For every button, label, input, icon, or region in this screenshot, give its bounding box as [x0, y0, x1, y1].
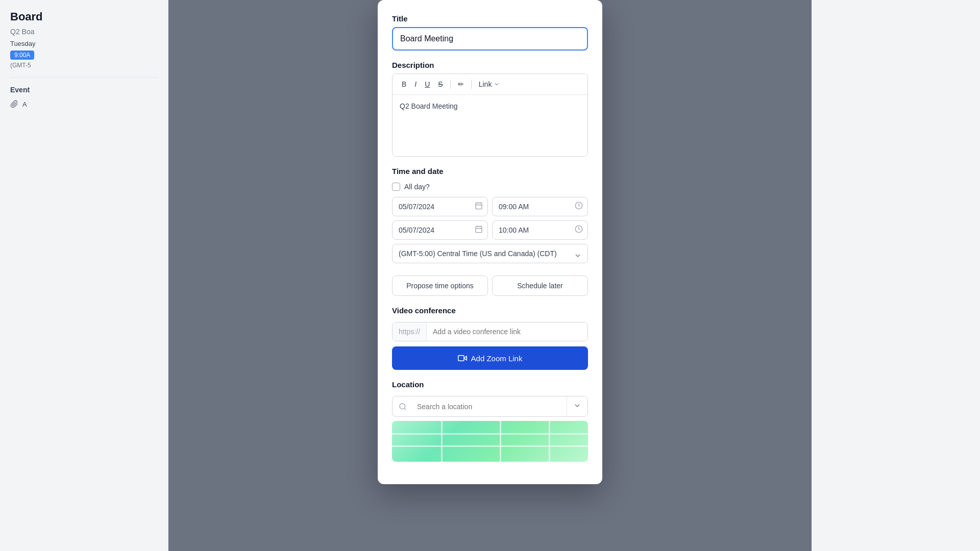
video-label: Video conference: [392, 306, 588, 315]
italic-button[interactable]: I: [411, 78, 420, 90]
sidebar-section-title: Event: [10, 86, 158, 94]
sidebar-divider: [10, 77, 158, 78]
chevron-down-icon-location: [573, 402, 581, 410]
location-label: Location: [392, 380, 588, 389]
time-date-label: Time and date: [392, 167, 588, 176]
rich-editor: B I U S ✏ Link Q2 Board Meeting: [392, 73, 588, 157]
highlight-button[interactable]: ✏: [455, 78, 467, 90]
map-road-v1: [441, 421, 443, 462]
map-background: [392, 421, 588, 462]
sidebar-panel: Board Q2 Boa Tuesday 9:00A (GMT-5 Event …: [0, 0, 168, 551]
chevron-down-icon: [494, 81, 500, 87]
start-time-input[interactable]: [492, 197, 588, 216]
description-label: Description: [392, 61, 588, 69]
end-date-wrapper: [392, 220, 488, 240]
editor-toolbar: B I U S ✏ Link: [393, 74, 587, 95]
all-day-checkbox[interactable]: [392, 183, 400, 191]
location-dropdown-button[interactable]: [567, 396, 587, 416]
map-road-v2: [500, 421, 501, 462]
map-road-h2: [392, 445, 588, 447]
add-zoom-button[interactable]: Add Zoom Link: [392, 346, 588, 370]
underline-button[interactable]: U: [422, 78, 433, 90]
description-text: Q2 Board Meeting: [400, 102, 458, 110]
all-day-row: All day?: [392, 183, 588, 191]
map-preview: [392, 421, 588, 462]
location-search-row: [392, 396, 588, 417]
svg-rect-11: [458, 356, 463, 361]
link-label: Link: [479, 80, 492, 88]
sidebar-event-title: Board: [10, 10, 158, 23]
svg-line-13: [404, 408, 406, 410]
map-road-h1: [392, 433, 588, 435]
svg-point-12: [400, 404, 405, 409]
video-url-input[interactable]: [427, 322, 587, 341]
bold-button[interactable]: B: [399, 78, 409, 90]
propose-schedule-row: Propose time options Schedule later: [392, 276, 588, 296]
right-panel: [812, 0, 980, 551]
zoom-btn-label: Add Zoom Link: [471, 354, 523, 363]
sidebar-event-desc: Q2 Boa: [10, 28, 158, 36]
sidebar-timezone: (GMT-5: [10, 62, 158, 69]
end-time-wrapper: [492, 220, 588, 240]
toolbar-divider-2: [471, 80, 472, 89]
video-icon: [458, 354, 467, 363]
https-prefix: https://: [393, 322, 427, 341]
propose-time-button[interactable]: Propose time options: [392, 276, 488, 296]
video-input-row: https://: [392, 322, 588, 341]
description-section: Description B I U S ✏ Link: [392, 61, 588, 157]
all-day-label: All day?: [404, 183, 430, 191]
event-form-modal: Title Description B I U S ✏ Link: [378, 0, 602, 484]
timezone-wrapper: (GMT-5:00) Central Time (US and Canada) …: [392, 244, 588, 269]
svg-marker-10: [464, 356, 467, 360]
sidebar-item-label: A: [22, 101, 27, 108]
description-editor-body[interactable]: Q2 Board Meeting: [393, 95, 587, 156]
strikethrough-button[interactable]: S: [435, 78, 446, 90]
start-date-input[interactable]: [392, 197, 488, 216]
video-conference-section: Video conference https:// Add Zoom Link: [392, 306, 588, 370]
title-label: Title: [392, 14, 588, 23]
modal-overlay: Title Description B I U S ✏ Link: [168, 0, 812, 551]
end-time-input[interactable]: [492, 220, 588, 240]
schedule-later-button[interactable]: Schedule later: [492, 276, 588, 296]
start-date-wrapper: [392, 197, 488, 216]
end-date-time-row: [392, 220, 588, 240]
end-date-input[interactable]: [392, 220, 488, 240]
link-button[interactable]: Link: [476, 78, 503, 90]
start-date-time-row: [392, 197, 588, 216]
attachment-icon: [10, 100, 18, 108]
search-icon: [399, 403, 407, 411]
search-icon-wrapper: [393, 396, 413, 416]
sidebar-time-badge: 9:00A: [10, 51, 34, 60]
map-road-v3: [549, 421, 550, 462]
location-search-input[interactable]: [413, 396, 567, 416]
timezone-select[interactable]: (GMT-5:00) Central Time (US and Canada) …: [392, 244, 588, 263]
start-time-wrapper: [492, 197, 588, 216]
title-input[interactable]: [392, 27, 588, 51]
sidebar-item: A: [10, 98, 158, 110]
location-section: Location: [392, 380, 588, 462]
sidebar-day: Tuesday: [10, 40, 35, 47]
time-date-section: Time and date All day?: [392, 167, 588, 296]
toolbar-divider-1: [450, 80, 451, 89]
